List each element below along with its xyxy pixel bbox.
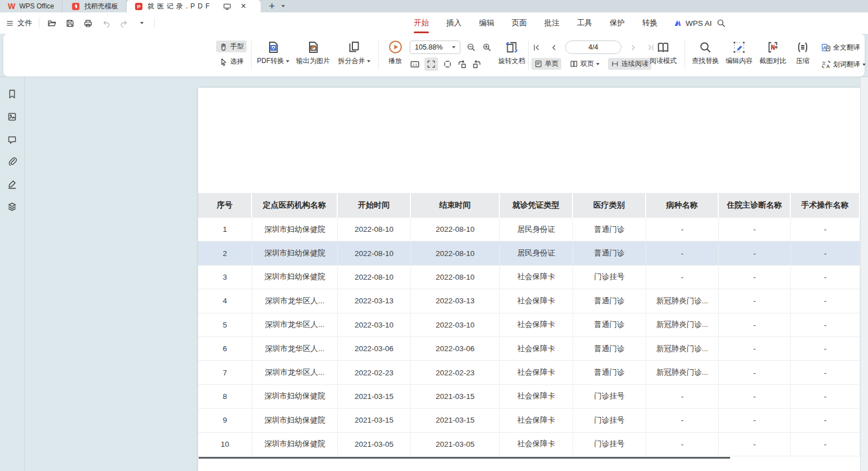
svg-text:P: P — [137, 4, 140, 10]
pdf-convert-button[interactable]: W PDF转换 — [256, 41, 290, 66]
table-cell: 深圳市龙华区人... — [252, 361, 338, 384]
monitor-icon[interactable] — [222, 1, 232, 11]
menu-item-6[interactable]: 保护 — [610, 18, 625, 28]
first-page-icon[interactable] — [531, 42, 542, 52]
zoom-in-icon[interactable] — [482, 42, 492, 52]
print-icon[interactable] — [82, 17, 93, 29]
svg-text:A: A — [823, 45, 826, 51]
table-cell: - — [791, 361, 860, 384]
menu-item-2[interactable]: 编辑 — [479, 18, 494, 28]
undo-icon[interactable] — [100, 17, 111, 29]
select-tool-button[interactable]: 选择 — [216, 56, 247, 68]
horizontal-scrollbar-thumb[interactable] — [199, 457, 730, 459]
table-cell: 社会保障卡 — [500, 337, 573, 361]
signature-pen-icon[interactable] — [7, 178, 18, 190]
table-cell: 1 — [198, 218, 252, 241]
export-image-icon — [306, 41, 320, 54]
tab-label: WPS Office — [19, 2, 54, 10]
continuous-reading-button[interactable]: 连续阅读 — [608, 58, 651, 70]
close-tab-icon[interactable]: × — [238, 1, 249, 11]
comment-icon[interactable] — [7, 133, 18, 145]
single-page-button[interactable]: 单页 — [531, 58, 561, 70]
table-cell: - — [719, 218, 791, 241]
word-translate-button[interactable]: 文A 划词翻译 — [818, 59, 868, 70]
table-header-cell: 定点医药机构名称 — [252, 193, 338, 218]
next-page-icon[interactable] — [628, 42, 638, 52]
fit-page-icon[interactable] — [442, 59, 453, 69]
page-number-input[interactable]: 4/4 — [565, 41, 621, 54]
table-cell: - — [791, 337, 860, 361]
main-menu: 开始插入编辑页面批注工具保护转换 — [414, 12, 657, 34]
save-icon[interactable] — [64, 17, 75, 29]
side-panel-bar — [0, 77, 25, 471]
table-cell: - — [791, 409, 860, 432]
rotate-document-button[interactable]: 旋转文档 — [496, 41, 527, 66]
find-replace-label: 查找替换 — [692, 56, 719, 66]
menu-item-4[interactable]: 批注 — [544, 18, 560, 28]
hand-tool-button[interactable]: 手型 — [216, 41, 247, 52]
pdf-page: 序号定点医药机构名称开始时间结束时间就诊凭证类型医疗类别病种名称住院主诊断名称手… — [198, 88, 860, 471]
table-cell: 深圳市妇幼保健院 — [252, 433, 338, 456]
bookmark-icon[interactable] — [7, 88, 18, 100]
layers-icon[interactable] — [7, 201, 18, 212]
zoom-level-combobox[interactable]: 105.88% — [410, 41, 460, 54]
table-cell: 深圳市妇幼保健院 — [252, 218, 338, 241]
tab-docer-templates[interactable]: 找稻壳模板 — [62, 0, 127, 12]
full-text-translate-button[interactable]: A 全文翻译 — [818, 42, 868, 53]
table-cell: - — [791, 313, 860, 337]
zoom-out-icon[interactable] — [466, 42, 476, 52]
zoom-level-value: 105.88% — [415, 43, 442, 51]
thumbnail-icon[interactable] — [7, 111, 18, 122]
table-cell: 2 — [198, 241, 252, 265]
pdf-convert-label: PDF转换 — [257, 56, 284, 66]
vertical-scrollbar[interactable] — [860, 77, 868, 471]
wps-ai-button[interactable]: WPS AI — [673, 12, 712, 34]
menu-item-0[interactable]: 开始 — [414, 18, 429, 28]
redo-icon[interactable] — [118, 17, 129, 29]
compress-label: 压缩 — [796, 56, 809, 66]
menu-item-7[interactable]: 转换 — [642, 18, 657, 28]
table-header-row: 序号定点医药机构名称开始时间结束时间就诊凭证类型医疗类别病种名称住院主诊断名称手… — [198, 193, 860, 218]
table-cell: - — [646, 266, 719, 289]
table-cell: - — [719, 241, 791, 265]
double-page-button[interactable]: 双页 — [567, 58, 602, 70]
edit-content-button[interactable]: 编辑内容 — [723, 41, 755, 66]
table-cell: - — [646, 433, 719, 456]
tab-document-pdf[interactable]: P 就医记录.PDF × — [127, 0, 261, 12]
table-cell: 2022-08-10 — [411, 218, 500, 241]
previous-page-icon[interactable] — [548, 42, 558, 52]
table-cell: 新冠肺炎门诊... — [646, 361, 719, 384]
compress-button[interactable]: 压缩 — [792, 41, 813, 66]
tab-wps-office[interactable]: W WPS Office — [0, 0, 62, 12]
ribbon-toolbar: 手型 选择 W PDF转换 输出为图片 拆分合并 播放 — [3, 34, 865, 77]
rotate-left-icon[interactable] — [457, 59, 467, 69]
rotate-right-icon[interactable] — [472, 59, 482, 69]
find-replace-button[interactable]: 查找替换 — [690, 41, 721, 66]
export-image-button[interactable]: 输出为图片 — [294, 41, 332, 66]
file-menu-button[interactable]: 文件 — [6, 18, 32, 28]
split-merge-icon — [347, 41, 361, 54]
svg-text:文: 文 — [822, 61, 826, 66]
split-merge-button[interactable]: 拆分合并 — [335, 41, 373, 66]
actual-size-icon[interactable]: 1:1 — [410, 59, 420, 69]
play-button[interactable]: 播放 — [385, 40, 405, 66]
undo-history-chevron-icon[interactable] — [136, 17, 147, 29]
new-tab-button[interactable]: + — [266, 0, 278, 12]
single-page-label: 单页 — [545, 59, 558, 69]
attachment-icon[interactable] — [7, 156, 18, 167]
screenshot-compare-button[interactable]: 截图对比 — [757, 41, 789, 66]
continuous-reading-icon — [611, 60, 619, 68]
table-cell: 2022-08-10 — [411, 241, 500, 265]
table-cell: 2022-03-10 — [338, 313, 411, 337]
tab-list-chevron-icon[interactable] — [278, 0, 289, 12]
fit-width-icon[interactable] — [424, 57, 438, 71]
edit-content-icon — [732, 41, 746, 54]
menu-item-3[interactable]: 页面 — [512, 18, 527, 28]
open-file-icon[interactable] — [46, 17, 57, 29]
read-mode-button[interactable]: 阅读模式 — [647, 41, 679, 66]
menu-item-1[interactable]: 插入 — [446, 18, 462, 28]
svg-text:A: A — [826, 64, 830, 69]
search-icon[interactable] — [715, 17, 727, 29]
menu-item-5[interactable]: 工具 — [577, 18, 592, 28]
table-cell: 社会保障卡 — [500, 289, 573, 313]
